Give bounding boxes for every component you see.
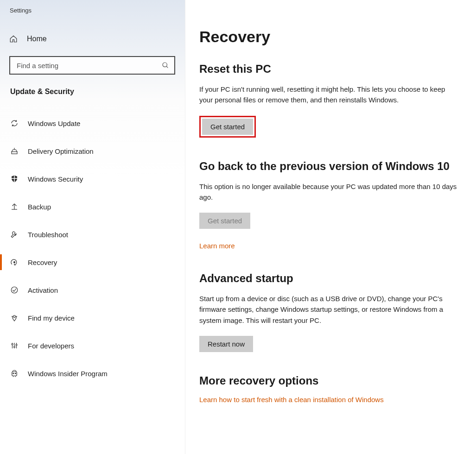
main-content: Recovery Reset this PC If your PC isn't … [185,0,476,454]
reset-pc-section: Reset this PC If your PC isn't running w… [199,63,460,138]
shield-icon [10,175,19,183]
start-fresh-link[interactable]: Learn how to start fresh with a clean in… [199,396,384,404]
svg-point-9 [13,315,16,318]
sidebar-item-for-developers[interactable]: For developers [9,335,185,356]
learn-more-link[interactable]: Learn more [199,242,235,250]
sidebar-item-label: Recovery [28,259,57,266]
goback-get-started-button: Get started [199,213,250,229]
sidebar-home-label: Home [27,35,47,43]
search-input-wrap[interactable] [9,56,175,75]
svg-point-19 [13,373,14,374]
backup-icon [10,202,19,211]
reset-text: If your PC isn't running well, resetting… [199,84,459,106]
sidebar-item-delivery-optimization[interactable]: Delivery Optimization [9,140,185,162]
sidebar-item-label: Windows Security [28,175,83,183]
svg-line-1 [166,66,168,68]
more-recovery-section: More recovery options Learn how to start… [199,374,460,404]
goback-heading: Go back to the previous version of Windo… [199,160,460,173]
sidebar-item-backup[interactable]: Backup [9,196,185,217]
page-title: Recovery [199,28,460,46]
sidebar-item-activation[interactable]: Activation [9,279,185,301]
sidebar-item-label: Activation [28,286,58,294]
sidebar-item-label: Backup [28,203,51,211]
sidebar-item-windows-update[interactable]: Windows Update [9,113,185,134]
sync-icon [10,119,19,127]
sidebar: Settings Home Update & Security [0,0,185,454]
svg-point-7 [14,262,15,263]
more-recovery-heading: More recovery options [199,374,460,387]
advanced-text: Start up from a device or disc (such as … [199,293,459,326]
svg-point-17 [16,344,17,346]
sidebar-item-recovery[interactable]: Recovery [9,252,185,273]
location-icon [10,314,19,322]
sidebar-home[interactable]: Home [9,35,185,43]
sidebar-item-label: Windows Insider Program [28,370,108,378]
reset-get-started-button[interactable]: Get started [202,119,253,135]
sidebar-item-find-my-device[interactable]: Find my device [9,307,185,328]
svg-point-15 [12,344,13,345]
svg-point-0 [163,63,167,67]
advanced-heading: Advanced startup [199,272,460,285]
restart-now-button[interactable]: Restart now [199,336,253,352]
sidebar-item-label: Delivery Optimization [28,147,94,155]
optimization-icon [10,147,19,155]
sidebar-item-windows-security[interactable]: Windows Security [9,168,185,189]
svg-rect-18 [12,372,17,376]
advanced-startup-section: Advanced startup Start up from a device … [199,272,460,352]
sidebar-item-label: Troubleshoot [28,231,68,239]
svg-rect-4 [12,178,17,179]
reset-heading: Reset this PC [199,63,460,76]
sidebar-item-label: For developers [28,342,74,350]
sidebar-item-label: Windows Update [28,120,80,127]
highlight-box: Get started [199,116,256,138]
recovery-icon [10,258,19,266]
window-title: Settings [10,7,32,14]
insider-icon [10,369,19,378]
svg-point-16 [14,347,15,348]
svg-rect-2 [12,152,17,154]
sidebar-section-title: Update & Security [10,88,185,96]
search-icon [161,61,170,69]
goback-section: Go back to the previous version of Windo… [199,160,460,250]
wrench-icon [10,230,19,239]
svg-point-20 [15,373,16,374]
app-root: Settings Home Update & Security [0,0,476,454]
goback-text: This option is no longer available becau… [199,181,459,203]
developers-icon [10,341,19,350]
svg-point-8 [11,287,18,293]
sidebar-item-windows-insider[interactable]: Windows Insider Program [9,363,185,384]
sidebar-item-label: Find my device [28,314,75,322]
sidebar-item-troubleshoot[interactable]: Troubleshoot [9,224,185,245]
check-circle-icon [10,286,19,294]
home-icon [9,35,18,43]
search-input[interactable] [16,61,161,70]
sidebar-nav: Windows Update Delivery Optimization Win… [9,113,185,384]
